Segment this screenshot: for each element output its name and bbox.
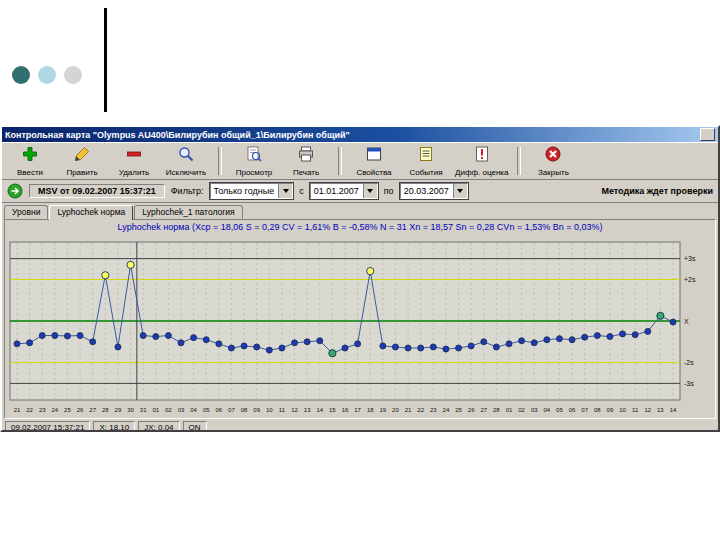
date-to-label: по [384, 186, 394, 196]
toolbar-button-label: Удалить [119, 168, 150, 177]
toolbar-separator [218, 147, 222, 175]
window-titlebar[interactable]: Контрольная карта "Olympus AU400\Билируб… [2, 127, 718, 142]
exclamation-document-icon [473, 145, 491, 167]
svg-text:05: 05 [203, 407, 210, 413]
tab-strip: Уровни Lyphochek норма Lyphochek_1 патол… [2, 203, 718, 219]
svg-text:23: 23 [430, 407, 437, 413]
toolbar-button-exclude[interactable]: Исключить [160, 145, 212, 177]
svg-text:23: 23 [39, 407, 46, 413]
svg-text:29: 29 [115, 407, 122, 413]
svg-text:22: 22 [417, 407, 424, 413]
filter-select[interactable]: Только годные [210, 183, 294, 199]
toolbar-button-edit[interactable]: Править [56, 145, 108, 177]
toolbar-button-print[interactable]: Печать [280, 145, 332, 177]
toolbar-button-diff-eval[interactable]: Дифф. оценка [452, 145, 511, 177]
pencil-icon [73, 145, 91, 167]
status-x-value: X: 18,10 [93, 421, 135, 432]
status-timestamp: 09.02.2007 15:37:21 [5, 421, 90, 432]
svg-text:01: 01 [506, 407, 513, 413]
svg-text:06: 06 [569, 407, 576, 413]
toolbar-button-label: Дифф. оценка [455, 168, 508, 177]
filter-select-value: Только годные [214, 186, 275, 196]
svg-text:24: 24 [52, 407, 59, 413]
slide-divider-line [104, 8, 107, 112]
svg-text:02: 02 [518, 407, 525, 413]
toolbar-button-delete[interactable]: Удалить [108, 145, 160, 177]
window-properties-icon [365, 145, 383, 167]
svg-text:05: 05 [556, 407, 563, 413]
toolbar-button-label: Ввести [17, 168, 43, 177]
svg-text:12: 12 [291, 407, 298, 413]
toolbar-button-events[interactable]: События [400, 145, 452, 177]
svg-text:16: 16 [342, 407, 349, 413]
svg-text:27: 27 [480, 407, 487, 413]
method-status-text: Методика ждет проверки [601, 186, 713, 196]
document-magnifier-icon [245, 145, 263, 167]
status-jx-value: JX: 0,04 [138, 421, 179, 432]
date-from-value: 01.01.2007 [314, 186, 359, 196]
toolbar-button-close[interactable]: Закрыть [527, 145, 579, 177]
toolbar-button-label: Править [66, 168, 97, 177]
svg-text:10: 10 [266, 407, 273, 413]
toolbar-button-view[interactable]: Просмотр [228, 145, 280, 177]
svg-text:30: 30 [127, 407, 134, 413]
svg-text:14: 14 [670, 407, 677, 413]
svg-text:25: 25 [64, 407, 71, 413]
svg-text:21: 21 [405, 407, 412, 413]
chevron-down-icon[interactable] [363, 184, 377, 198]
chart-title: Lyphochek норма (Хср = 18,06 S = 0,29 CV… [5, 220, 715, 234]
svg-text:11: 11 [279, 407, 286, 413]
close-icon [544, 145, 562, 167]
window-title: Контрольная карта "Olympus AU400\Билируб… [5, 130, 350, 140]
go-button[interactable] [7, 183, 23, 199]
toolbar-button-label: Свойства [356, 168, 391, 177]
toolbar: Ввести Править Удалить Исключить Просмот… [2, 142, 718, 180]
printer-icon [297, 145, 315, 167]
tab-levels[interactable]: Уровни [4, 205, 48, 219]
tab-lyphochek-norm[interactable]: Lyphochek норма [49, 205, 133, 220]
svg-text:27: 27 [89, 407, 96, 413]
svg-text:04: 04 [544, 407, 551, 413]
app-window: Контрольная карта "Olympus AU400\Билируб… [0, 125, 720, 432]
svg-text:17: 17 [354, 407, 361, 413]
toolbar-button-add[interactable]: Ввести [4, 145, 56, 177]
svg-text:09: 09 [253, 407, 260, 413]
svg-text:02: 02 [165, 407, 172, 413]
svg-text:09: 09 [607, 407, 614, 413]
date-to-select[interactable]: 20.03.2007 [400, 183, 468, 199]
status-flag: ON [183, 421, 207, 432]
slide-bullet-1 [12, 66, 30, 84]
svg-text:21: 21 [14, 407, 21, 413]
toolbar-separator [338, 147, 342, 175]
svg-text:07: 07 [228, 407, 235, 413]
svg-text:08: 08 [594, 407, 601, 413]
svg-text:+2s: +2s [684, 276, 696, 283]
chevron-down-icon[interactable] [453, 184, 467, 198]
svg-text:08: 08 [241, 407, 248, 413]
msv-field: MSV от 09.02.2007 15:37:21 [29, 184, 165, 198]
filter-bar: MSV от 09.02.2007 15:37:21 Фильтр: Тольк… [2, 180, 718, 203]
svg-text:13: 13 [657, 407, 664, 413]
svg-text:31: 31 [140, 407, 147, 413]
svg-text:20: 20 [392, 407, 399, 413]
date-from-label: с [299, 186, 304, 196]
titlebar-button[interactable] [700, 128, 715, 141]
toolbar-button-label: Исключить [166, 168, 206, 177]
toolbar-button-label: Закрыть [538, 168, 569, 177]
toolbar-button-label: События [409, 168, 442, 177]
svg-text:24: 24 [443, 407, 450, 413]
date-from-select[interactable]: 01.01.2007 [310, 183, 378, 199]
svg-text:11: 11 [632, 407, 639, 413]
qc-levey-jennings-chart[interactable]: 2122232425262728293031010203040506070809… [5, 234, 711, 418]
svg-text:22: 22 [26, 407, 33, 413]
chevron-down-icon[interactable] [278, 184, 292, 198]
svg-text:25: 25 [455, 407, 462, 413]
tab-lyphochek-pathology[interactable]: Lyphochek_1 патология [134, 205, 242, 219]
svg-text:12: 12 [644, 407, 651, 413]
svg-text:28: 28 [102, 407, 109, 413]
svg-text:28: 28 [493, 407, 500, 413]
svg-text:14: 14 [316, 407, 323, 413]
toolbar-button-properties[interactable]: Свойства [348, 145, 400, 177]
filter-label: Фильтр: [171, 186, 204, 196]
toolbar-button-label: Печать [293, 168, 319, 177]
